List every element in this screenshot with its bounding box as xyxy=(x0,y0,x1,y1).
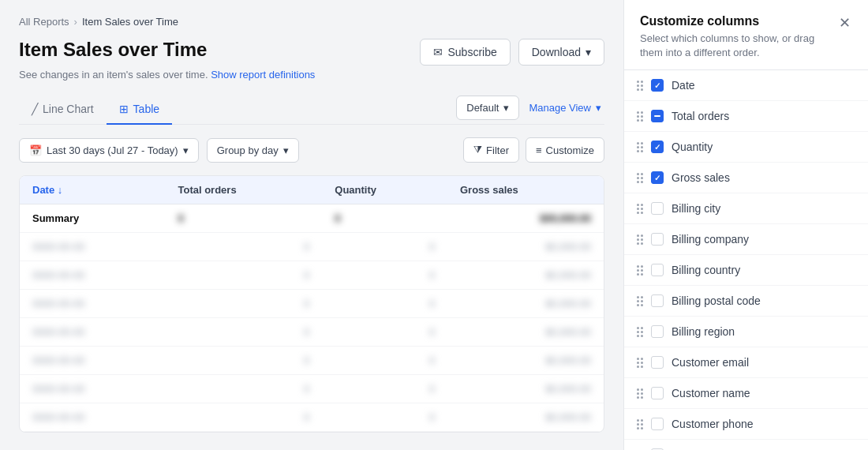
page-title-area: Item Sales over Time xyxy=(19,39,207,61)
subscribe-button[interactable]: ✉ Subscribe xyxy=(420,39,510,66)
header-actions: ✉ Subscribe Download ▾ xyxy=(420,39,604,66)
column-item-billing_postal_code[interactable]: Billing postal code xyxy=(624,286,868,317)
line-chart-icon: ╱ xyxy=(32,103,38,115)
column-label-customer_phone: Customer phone xyxy=(672,418,754,430)
panel-column-list: Date Total orders Quantity Gross sales B… xyxy=(624,70,868,450)
column-checkbox-customer_name[interactable] xyxy=(651,387,664,399)
column-item-customer_email[interactable]: Customer email xyxy=(624,347,868,378)
column-checkbox-date[interactable] xyxy=(651,79,664,92)
row-total-orders: 0 xyxy=(165,233,322,261)
row-date: 0000-00-00 xyxy=(20,375,165,403)
filter-label: Filter xyxy=(486,144,509,156)
tab-bar: ╱ Line Chart ⊞ Table Default ▾ Manage Vi… xyxy=(19,95,604,125)
tab-line-chart[interactable]: ╱ Line Chart xyxy=(19,95,107,125)
subscribe-label: Subscribe xyxy=(447,46,496,58)
table-row: 0000-00-00 0 0 $0,000.00 xyxy=(20,290,604,318)
tab-table-label: Table xyxy=(133,103,159,115)
view-selector[interactable]: Default ▾ xyxy=(456,96,519,120)
customize-button[interactable]: ≡ Customize xyxy=(526,137,604,163)
chevron-down-icon: ▾ xyxy=(503,102,509,114)
column-item-customer_type[interactable]: Customer type xyxy=(624,440,868,450)
column-item-quantity[interactable]: Quantity xyxy=(624,132,868,163)
column-label-billing_postal_code: Billing postal code xyxy=(672,294,761,307)
date-range-label: Last 30 days (Jul 27 - Today) xyxy=(47,144,178,156)
row-gross-sales: $0,000.00 xyxy=(447,261,604,290)
column-checkbox-quantity[interactable] xyxy=(651,141,664,153)
column-item-customer_phone[interactable]: Customer phone xyxy=(624,409,868,440)
page-subtitle: See changes in an item's sales over time… xyxy=(19,69,604,81)
col-header-date[interactable]: Date ↓ xyxy=(20,176,165,204)
drag-handle xyxy=(637,111,643,122)
col-header-total-orders[interactable]: Total orders xyxy=(165,176,322,204)
table-row: 0000-00-00 0 0 $0,000.00 xyxy=(20,318,604,347)
filter-icon: ⧩ xyxy=(473,144,482,156)
manage-view-button[interactable]: Manage View ▾ xyxy=(526,102,604,114)
column-checkbox-billing_city[interactable] xyxy=(651,202,664,215)
column-item-gross_sales[interactable]: Gross sales xyxy=(624,163,868,193)
tab-line-chart-label: Line Chart xyxy=(43,103,94,115)
row-total-orders: 0 xyxy=(165,403,322,432)
column-checkbox-customer_phone[interactable] xyxy=(651,418,664,430)
row-gross-sales: $0,000.00 xyxy=(447,290,604,318)
chevron-down-icon: ▾ xyxy=(586,46,591,58)
row-quantity: 0 xyxy=(322,318,447,347)
row-total-orders: 0 xyxy=(165,318,322,347)
table-row: 0000-00-00 0 0 $0,000.00 xyxy=(20,403,604,432)
column-checkbox-customer_email[interactable] xyxy=(651,356,664,369)
drag-handle xyxy=(637,265,643,276)
table-row: 0000-00-00 0 0 $0,000.00 xyxy=(20,347,604,375)
column-item-total_orders[interactable]: Total orders xyxy=(624,101,868,132)
col-header-gross-sales[interactable]: Gross sales xyxy=(447,176,604,204)
customize-panel: Customize columns Select which columns t… xyxy=(623,0,868,450)
row-gross-sales: $0,000.00 xyxy=(447,403,604,432)
date-range-selector[interactable]: 📅 Last 30 days (Jul 27 - Today) ▾ xyxy=(19,138,199,163)
column-label-billing_region: Billing region xyxy=(672,325,735,338)
column-item-customer_name[interactable]: Customer name xyxy=(624,378,868,409)
group-by-selector[interactable]: Group by day ▾ xyxy=(207,138,299,163)
column-label-billing_country: Billing country xyxy=(672,264,740,276)
download-button[interactable]: Download ▾ xyxy=(518,39,604,66)
row-total-orders: 0 xyxy=(165,290,322,318)
column-label-date: Date xyxy=(672,79,695,92)
tab-table[interactable]: ⊞ Table xyxy=(107,95,172,125)
row-quantity: 0 xyxy=(322,290,447,318)
drag-handle xyxy=(637,388,643,399)
column-label-customer_email: Customer email xyxy=(672,356,749,369)
column-label-quantity: Quantity xyxy=(672,141,713,153)
drag-handle xyxy=(637,142,643,152)
close-button[interactable]: ✕ xyxy=(837,14,852,32)
filter-button[interactable]: ⧩ Filter xyxy=(463,137,519,163)
breadcrumb-parent[interactable]: All Reports xyxy=(19,16,69,28)
toolbar: 📅 Last 30 days (Jul 27 - Today) ▾ Group … xyxy=(19,137,604,163)
column-label-customer_name: Customer name xyxy=(672,387,750,399)
col-header-quantity[interactable]: Quantity xyxy=(322,176,447,204)
row-quantity: 0 xyxy=(322,233,447,261)
row-date: 0000-00-00 xyxy=(20,403,165,432)
drag-handle xyxy=(637,81,643,91)
column-item-billing_city[interactable]: Billing city xyxy=(624,193,868,224)
toolbar-right: ⧩ Filter ≡ Customize xyxy=(463,137,604,163)
download-label: Download xyxy=(532,46,581,58)
column-checkbox-billing_company[interactable] xyxy=(651,233,664,246)
customize-icon: ≡ xyxy=(536,144,542,156)
column-checkbox-total_orders[interactable] xyxy=(651,110,664,122)
table-icon: ⊞ xyxy=(119,103,129,115)
report-definitions-link[interactable]: Show report definitions xyxy=(211,69,315,81)
row-gross-sales: $0,000.00 xyxy=(447,233,604,261)
column-checkbox-billing_country[interactable] xyxy=(651,264,664,276)
column-checkbox-billing_region[interactable] xyxy=(651,325,664,338)
table-row: 0000-00-00 0 0 $0,000.00 xyxy=(20,233,604,261)
table-row: 0000-00-00 0 0 $0,000.00 xyxy=(20,261,604,290)
default-view-label: Default xyxy=(466,102,499,114)
column-item-billing_region[interactable]: Billing region xyxy=(624,317,868,347)
column-item-billing_company[interactable]: Billing company xyxy=(624,224,868,255)
column-item-billing_country[interactable]: Billing country xyxy=(624,255,868,286)
summary-row: Summary 0 0 $00,000.00 xyxy=(20,204,604,233)
row-date: 0000-00-00 xyxy=(20,290,165,318)
summary-total-orders: 0 xyxy=(165,204,322,233)
column-item-date[interactable]: Date xyxy=(624,70,868,101)
row-total-orders: 0 xyxy=(165,261,322,290)
column-checkbox-gross_sales[interactable] xyxy=(651,171,664,184)
column-checkbox-billing_postal_code[interactable] xyxy=(651,294,664,307)
row-date: 0000-00-00 xyxy=(20,318,165,347)
